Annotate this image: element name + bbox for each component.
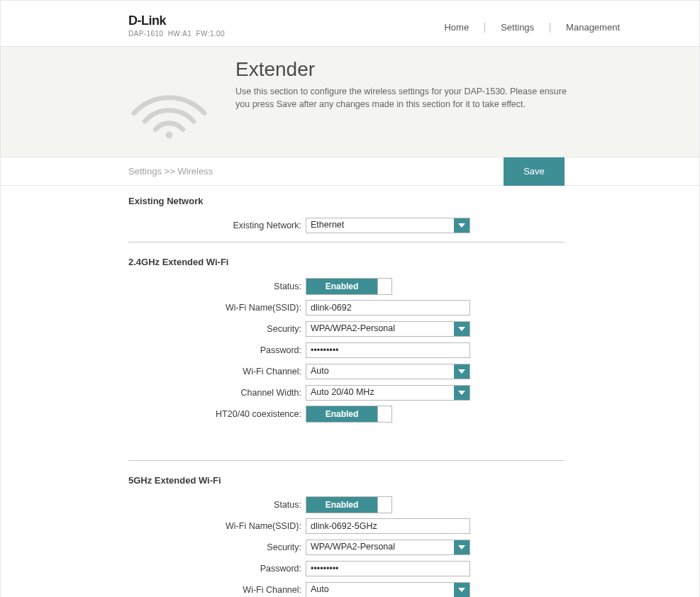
24ghz-coex-value: Enabled xyxy=(306,406,377,422)
section-24ghz: 2.4GHz Extended Wi-Fi Status: Enabled Wi… xyxy=(128,257,565,461)
section-title-24ghz: 2.4GHz Extended Wi-Fi xyxy=(128,257,565,267)
24ghz-coex-label: HT20/40 coexistence: xyxy=(128,409,306,419)
5ghz-password-input[interactable] xyxy=(306,561,470,576)
5ghz-ssid-label: Wi-Fi Name(SSID): xyxy=(128,521,306,531)
nav-home[interactable]: Home xyxy=(428,21,484,34)
hero-text: Extender Use this section to configure t… xyxy=(235,58,572,111)
device-fw: FW:1.00 xyxy=(196,30,225,38)
save-button[interactable]: Save xyxy=(504,157,565,186)
24ghz-status-toggle[interactable]: Enabled xyxy=(306,278,392,295)
24ghz-security-value: WPA/WPA2-Personal xyxy=(306,322,454,336)
5ghz-security-label: Security: xyxy=(128,542,306,552)
breadcrumb-row: Settings >> Wireless Save xyxy=(1,157,699,186)
wifi-icon xyxy=(128,78,210,141)
24ghz-coex-toggle[interactable]: Enabled xyxy=(306,406,392,423)
chevron-down-icon[interactable] xyxy=(454,386,470,400)
chevron-down-icon[interactable] xyxy=(454,540,470,554)
24ghz-ssid-input[interactable] xyxy=(306,300,470,316)
section-title-5ghz: 5GHz Extended Wi-Fi xyxy=(128,475,565,486)
brand-logo: D-Link xyxy=(128,13,225,28)
section-title-existing: Existing Network xyxy=(128,196,565,206)
toggle-knob xyxy=(377,406,391,422)
5ghz-security-value: WPA/WPA2-Personal xyxy=(306,540,454,554)
device-model: DAP-1610 xyxy=(128,30,163,38)
chevron-down-icon[interactable] xyxy=(454,322,470,336)
svg-point-0 xyxy=(166,131,173,138)
5ghz-channel-value: Auto xyxy=(306,583,454,597)
5ghz-status-label: Status: xyxy=(128,500,306,510)
24ghz-channel-value: Auto xyxy=(306,364,454,379)
content: Existing Network Existing Network: Ether… xyxy=(1,186,699,597)
24ghz-ssid-label: Wi-Fi Name(SSID): xyxy=(128,303,306,313)
5ghz-ssid-input[interactable] xyxy=(306,518,470,534)
5ghz-password-label: Password: xyxy=(128,564,306,574)
24ghz-channel-select[interactable]: Auto xyxy=(306,364,470,379)
5ghz-channel-label: Wi-Fi Channel: xyxy=(128,585,306,595)
24ghz-security-label: Security: xyxy=(128,324,306,334)
header: D-Link DAP-1610 HW:A1 FW:1.00 Home Setti… xyxy=(1,1,699,46)
divider xyxy=(128,460,565,461)
5ghz-status-toggle[interactable]: Enabled xyxy=(306,496,392,513)
page-title: Extender xyxy=(235,58,572,81)
page: D-Link DAP-1610 HW:A1 FW:1.00 Home Setti… xyxy=(0,0,700,597)
nav-settings[interactable]: Settings xyxy=(485,21,550,34)
24ghz-password-label: Password: xyxy=(128,345,306,355)
section-existing-network: Existing Network Existing Network: Ether… xyxy=(128,196,565,242)
top-nav: Home Settings Management xyxy=(428,21,635,34)
chevron-down-icon[interactable] xyxy=(454,583,470,597)
5ghz-security-select[interactable]: WPA/WPA2-Personal xyxy=(306,540,470,555)
24ghz-width-value: Auto 20/40 MHz xyxy=(306,386,454,400)
section-5ghz: 5GHz Extended Wi-Fi Status: Enabled Wi-F… xyxy=(128,475,565,597)
24ghz-security-select[interactable]: WPA/WPA2-Personal xyxy=(306,321,470,337)
existing-network-label: Existing Network: xyxy=(128,221,306,230)
toggle-knob xyxy=(377,279,391,294)
24ghz-status-label: Status: xyxy=(128,281,306,291)
brand-block: D-Link DAP-1610 HW:A1 FW:1.00 xyxy=(128,13,225,38)
24ghz-channel-label: Wi-Fi Channel: xyxy=(128,367,306,376)
device-info: DAP-1610 HW:A1 FW:1.00 xyxy=(128,30,225,38)
24ghz-width-label: Channel Width: xyxy=(128,388,306,398)
24ghz-status-value: Enabled xyxy=(306,279,377,294)
chevron-down-icon[interactable] xyxy=(454,364,470,379)
breadcrumb: Settings >> Wireless xyxy=(128,166,213,177)
24ghz-width-select[interactable]: Auto 20/40 MHz xyxy=(306,385,470,401)
existing-network-select[interactable]: Ethernet xyxy=(306,218,470,233)
5ghz-status-value: Enabled xyxy=(306,497,377,513)
chevron-down-icon[interactable] xyxy=(454,218,470,233)
hero: Extender Use this section to configure t… xyxy=(1,46,699,157)
device-hw: HW:A1 xyxy=(168,30,192,38)
5ghz-channel-select[interactable]: Auto xyxy=(306,582,470,597)
nav-management[interactable]: Management xyxy=(550,21,635,34)
divider xyxy=(128,242,565,242)
24ghz-password-input[interactable] xyxy=(306,342,470,358)
existing-network-value: Ethernet xyxy=(306,218,454,233)
toggle-knob xyxy=(377,497,391,513)
page-description: Use this section to configure the wirele… xyxy=(235,85,572,111)
